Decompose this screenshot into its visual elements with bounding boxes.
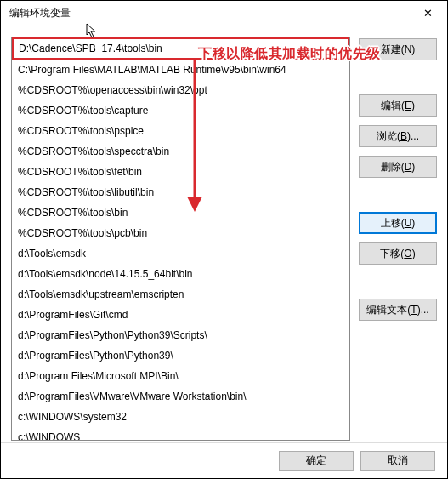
list-item[interactable]: %CDSROOT%\tools\pspice	[12, 121, 349, 141]
new-button[interactable]: 新建(N)	[359, 38, 437, 60]
list-item[interactable]: D:\Cadence\SPB_17.4\tools\bin	[12, 37, 349, 60]
path-listbox[interactable]: D:\Cadence\SPB_17.4\tools\bin C:\Program…	[11, 37, 350, 441]
list-item[interactable]: %CDSROOT%\tools\capture	[12, 100, 349, 121]
list-item[interactable]: %CDSROOT%\tools\pcb\bin	[12, 223, 349, 243]
button-column: 新建(N) 编辑(E) 浏览(B)... 删除(D) 上移(U) 下移(O) 编…	[359, 37, 437, 441]
list-item[interactable]: C:\Program Files\MATLAB\MATLAB Runtime\v…	[12, 60, 349, 80]
browse-button[interactable]: 浏览(B)...	[359, 125, 437, 147]
list-item[interactable]: d:\ProgramFiles\Python\Python39\	[12, 345, 349, 366]
close-button[interactable]	[409, 1, 447, 26]
move-up-button[interactable]: 上移(U)	[359, 212, 437, 234]
list-item[interactable]: %CDSROOT%\tools\specctra\bin	[12, 141, 349, 162]
list-item[interactable]: d:\Tools\emsdk\upstream\emscripten	[12, 284, 349, 305]
list-item[interactable]: c:\WINDOWS	[12, 427, 349, 441]
content-area: D:\Cadence\SPB_17.4\tools\bin C:\Program…	[1, 26, 447, 451]
list-item[interactable]: %CDSROOT%\tools\bin	[12, 202, 349, 223]
delete-button[interactable]: 删除(D)	[359, 156, 437, 178]
list-item[interactable]: c:\WINDOWS\system32	[12, 407, 349, 427]
edit-text-button[interactable]: 编辑文本(T)...	[359, 299, 437, 321]
list-item[interactable]: d:\ProgramFiles\Python\Python39\Scripts\	[12, 325, 349, 345]
list-item[interactable]: d:\Tools\emsdk\node\14.15.5_64bit\bin	[12, 264, 349, 284]
title-bar: 编辑环境变量	[1, 1, 447, 26]
list-item[interactable]: d:\ProgramFiles\Git\cmd	[12, 305, 349, 325]
window-title: 编辑环境变量	[9, 6, 71, 20]
cancel-button[interactable]: 取消	[360, 451, 435, 471]
list-item[interactable]: d:\Program Files\Microsoft MPI\Bin\	[12, 366, 349, 386]
list-item[interactable]: %CDSROOT%\tools\fet\bin	[12, 162, 349, 182]
path-list-column: D:\Cadence\SPB_17.4\tools\bin C:\Program…	[11, 37, 350, 441]
ok-button[interactable]: 确定	[279, 451, 354, 471]
list-item[interactable]: d:\ProgramFiles\VMware\VMware Workstatio…	[12, 386, 349, 407]
dialog-footer: 确定 取消	[1, 442, 447, 478]
edit-button[interactable]: 编辑(E)	[359, 94, 437, 117]
list-item[interactable]: %CDSROOT%\openaccess\bin\win32\opt	[12, 80, 349, 100]
move-down-button[interactable]: 下移(O)	[359, 242, 437, 265]
list-item[interactable]: %CDSROOT%\tools\libutil\bin	[12, 182, 349, 202]
list-item[interactable]: d:\Tools\emsdk	[12, 243, 349, 264]
